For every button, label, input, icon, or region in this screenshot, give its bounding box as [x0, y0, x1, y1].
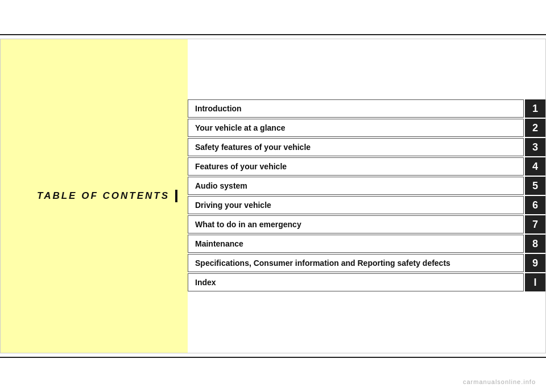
main-area: TABLE OF CONTENTS Introduction1Your vehi… — [0, 39, 546, 353]
toc-item-number: 9 — [525, 254, 545, 272]
toc-title-bar — [175, 190, 177, 202]
toc-item-label: Maintenance — [188, 235, 524, 253]
table-row[interactable]: Introduction1 — [188, 99, 545, 118]
toc-item-label: Audio system — [188, 177, 524, 195]
table-row[interactable]: Driving your vehicle6 — [188, 196, 545, 214]
toc-item-number: 7 — [525, 215, 545, 233]
toc-title-text: TABLE OF CONTENTS — [37, 190, 169, 202]
toc-item-label: Driving your vehicle — [188, 196, 524, 214]
table-row[interactable]: IndexI — [188, 273, 545, 291]
toc-item-number: 2 — [525, 119, 545, 137]
toc-item-number: 6 — [525, 196, 545, 214]
table-row[interactable]: Your vehicle at a glance2 — [188, 119, 545, 137]
table-row[interactable]: Audio system5 — [188, 177, 545, 195]
left-panel: TABLE OF CONTENTS — [0, 39, 188, 353]
toc-title: TABLE OF CONTENTS — [37, 190, 177, 202]
toc-item-number: 3 — [525, 138, 545, 156]
table-row[interactable]: Specifications, Consumer information and… — [188, 254, 545, 272]
watermark: carmanualsonline.info — [463, 378, 536, 385]
toc-item-number: I — [525, 273, 545, 291]
toc-item-label: Your vehicle at a glance — [188, 119, 524, 137]
toc-item-label: Features of your vehicle — [188, 157, 524, 176]
top-rule — [0, 34, 546, 35]
toc-item-number: 8 — [525, 235, 545, 253]
bottom-rule — [0, 357, 546, 358]
toc-item-number: 1 — [525, 99, 545, 118]
table-row[interactable]: What to do in an emergency7 — [188, 215, 545, 233]
toc-item-label: Specifications, Consumer information and… — [188, 254, 524, 272]
table-row[interactable]: Features of your vehicle4 — [188, 157, 545, 176]
toc-item-label: What to do in an emergency — [188, 215, 524, 233]
right-panel: Introduction1Your vehicle at a glance2Sa… — [188, 39, 546, 353]
toc-item-number: 4 — [525, 157, 545, 176]
toc-item-label: Introduction — [188, 99, 524, 118]
toc-item-number: 5 — [525, 177, 545, 195]
table-row[interactable]: Maintenance8 — [188, 235, 545, 253]
toc-item-label: Safety features of your vehicle — [188, 138, 524, 156]
table-row[interactable]: Safety features of your vehicle3 — [188, 138, 545, 156]
toc-item-label: Index — [188, 273, 524, 291]
